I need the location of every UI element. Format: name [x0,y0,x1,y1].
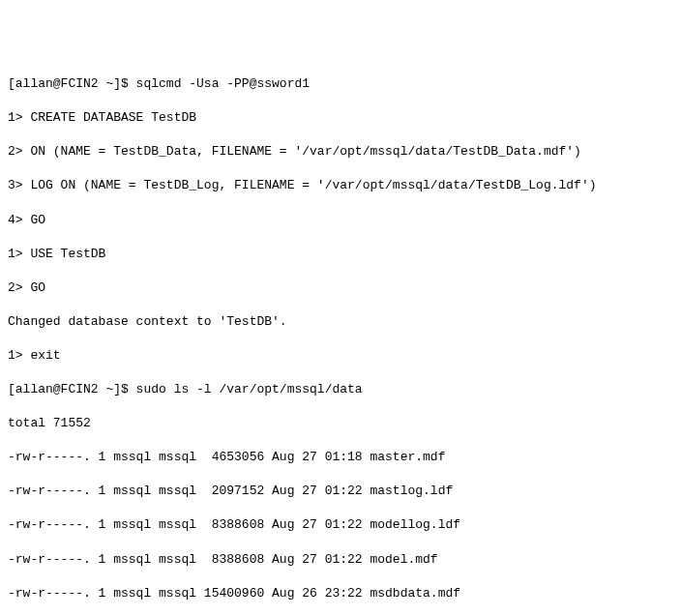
terminal-line: 4> GO [8,212,673,229]
terminal-line: [allan@FCIN2 ~]$ sudo ls -l /var/opt/mss… [8,381,673,398]
terminal-line: -rw-r-----. 1 mssql mssql 8388608 Aug 27… [8,516,673,534]
terminal-line: [allan@FCIN2 ~]$ sqlcmd -Usa -PP@ssword1 [8,75,673,93]
terminal-line: 2> GO [8,279,673,297]
terminal-line: -rw-r-----. 1 mssql mssql 4653056 Aug 27… [8,449,673,466]
terminal-line: 1> exit [8,347,673,365]
terminal-line: Changed database context to 'TestDB'. [8,313,673,331]
terminal-line: 3> LOG ON (NAME = TestDB_Log, FILENAME =… [8,177,673,194]
terminal-line: 1> USE TestDB [8,246,673,263]
terminal-line: -rw-r-----. 1 mssql mssql 2097152 Aug 27… [8,483,673,500]
terminal-line: 2> ON (NAME = TestDB_Data, FILENAME = '/… [8,143,673,161]
terminal-line: -rw-r-----. 1 mssql mssql 8388608 Aug 27… [8,551,673,569]
terminal-line: 1> CREATE DATABASE TestDB [8,109,673,127]
terminal-line: total 71552 [8,415,673,432]
terminal-line: -rw-r-----. 1 mssql mssql 15400960 Aug 2… [8,585,673,602]
